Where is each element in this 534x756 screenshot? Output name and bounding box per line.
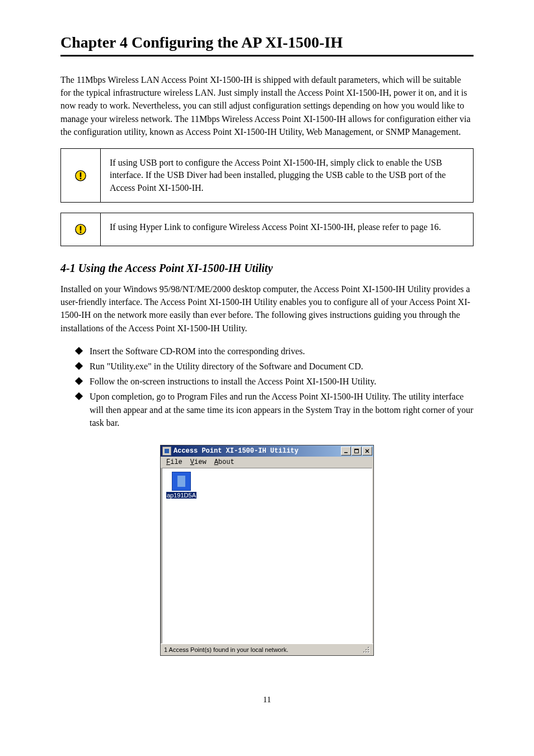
page-number: 11 [60, 695, 474, 705]
bullet-text: Run "Utility.exe" in the Utility directo… [90, 360, 363, 373]
bullet-text: Follow the on-screen instructions to ins… [90, 375, 376, 388]
chapter-title: Chapter 4 Configuring the AP XI-1500-IH [60, 34, 474, 51]
utility-window: Access Point XI-1500-IH Utility File Vie… [160, 445, 374, 656]
note-text-2: If using Hyper Link to configure Wireles… [101, 213, 473, 246]
maximize-button[interactable] [352, 447, 362, 456]
list-item: Insert the Software CD-ROM into the corr… [76, 345, 474, 358]
svg-rect-7 [344, 452, 348, 453]
diamond-bullet-icon [75, 362, 83, 370]
list-item: Follow the on-screen instructions to ins… [76, 375, 474, 388]
bullet-list: Insert the Software CD-ROM into the corr… [76, 345, 474, 429]
resize-grip-icon[interactable] [362, 646, 370, 654]
diamond-bullet-icon [75, 377, 83, 385]
access-point-label: ap191D5A [166, 492, 196, 499]
heading-rule [60, 55, 474, 57]
close-button[interactable] [362, 447, 372, 456]
access-point-item[interactable]: ap191D5A [166, 472, 197, 499]
list-item: Upon completion, go to Program Files and… [76, 390, 474, 429]
screenshot-figure: Access Point XI-1500-IH Utility File Vie… [60, 445, 474, 656]
warning-icon-cell [61, 213, 101, 246]
status-text: 1 Access Point(s) found in your local ne… [164, 646, 288, 653]
client-area[interactable]: ap191D5A [162, 468, 372, 644]
diamond-bullet-icon [75, 392, 83, 400]
svg-rect-9 [355, 449, 359, 450]
svg-rect-5 [80, 232, 82, 233]
diamond-bullet-icon [75, 347, 83, 355]
window-titlebar[interactable]: Access Point XI-1500-IH Utility [161, 445, 373, 457]
menu-view[interactable]: View [187, 458, 210, 467]
warning-icon [74, 170, 87, 182]
bullet-text: Upon completion, go to Program Files and… [90, 390, 474, 429]
note-box-1: If using USB port to configure the Acces… [60, 148, 474, 203]
svg-rect-1 [80, 172, 82, 177]
warning-icon [74, 223, 87, 236]
menu-file[interactable]: File [163, 458, 186, 467]
note-box-2: If using Hyper Link to configure Wireles… [60, 213, 474, 246]
warning-icon-cell [61, 149, 101, 202]
list-item: Run "Utility.exe" in the Utility directo… [76, 360, 474, 373]
bullet-text: Insert the Software CD-ROM into the corr… [90, 345, 305, 358]
menu-about[interactable]: About [211, 458, 238, 467]
svg-rect-2 [80, 177, 82, 179]
menubar: File View About [161, 457, 373, 468]
minimize-button[interactable] [341, 447, 351, 456]
intro-paragraph: The 11Mbps Wireless LAN Access Point XI-… [60, 73, 474, 138]
statusbar: 1 Access Point(s) found in your local ne… [161, 644, 373, 655]
svg-rect-6 [165, 449, 169, 453]
note-text-1: If using USB port to configure the Acces… [101, 149, 473, 202]
section-heading: 4-1 Using the Access Point XI-1500-IH Ut… [60, 262, 474, 275]
window-title: Access Point XI-1500-IH Utility [174, 447, 341, 455]
svg-rect-4 [80, 226, 82, 231]
section-intro: Installed on your Windows 95/98/NT/ME/20… [60, 283, 474, 335]
app-icon [162, 447, 171, 456]
access-point-icon [172, 472, 191, 491]
